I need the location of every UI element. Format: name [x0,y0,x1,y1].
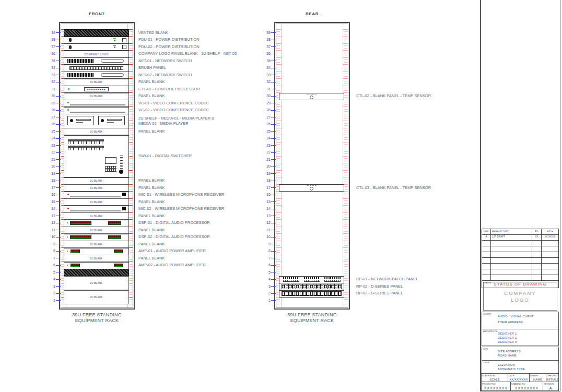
rail-hole-tick [344,76,348,77]
unit-number-tick [271,68,276,68]
unit-number: 18 [261,179,271,182]
unit-number-tick [271,61,276,61]
rail-hole-tick [343,128,348,128]
front-slot [70,104,125,105]
unit-number: 1 [261,299,271,302]
rail-hole-tick [129,144,133,145]
rail-hole-tick [276,182,280,182]
rail-hole-tick [343,219,348,220]
equipment-label: RP-02 - D-SERIES PANEL [356,284,403,289]
revision-row-empty [482,275,558,281]
rail-hole-tick [129,274,133,274]
rail-hole-tick [276,224,280,224]
unit-number-tick [56,237,61,237]
d-series-connector [331,292,335,295]
rail-hole-tick [344,302,348,302]
unit-number: 11 [46,228,55,232]
rail-hole-tick [276,55,280,55]
front-slot [70,196,121,197]
rail-hole-tick [276,106,282,107]
rack-unit-panel: 1U BLANK [64,93,129,100]
rail-hole-tick [129,259,133,260]
unit-number: 15 [46,200,55,204]
unit-number: 20 [46,164,55,168]
equipment-label: VENTED BLANK [138,30,168,35]
rail-hole-tick [344,102,348,102]
rail-hole-tick [129,189,133,189]
power-led [67,265,68,266]
rail-hole-tick [129,165,133,166]
rev-col-header: DESCRIPTION [491,229,532,235]
unit-number: 35 [261,59,271,63]
unit-number: 17 [46,186,55,189]
rail-hole-tick [343,121,348,121]
unit-number-tick [271,89,276,89]
unit-number: 1 [46,299,55,302]
rack-unit-2u [64,114,129,128]
rail-hole-tick [344,104,348,105]
unit-number: 6 [46,263,55,267]
rack-unit-amp-02 [64,262,129,269]
connector-hole [331,285,334,288]
revision-row-empty [482,264,558,269]
unit-number: 33 [46,73,55,77]
rail-hole-tick [129,222,133,222]
rail-hole-tick [276,69,280,69]
rail-hole-tick [129,116,133,116]
connector-hole [300,292,302,295]
rail-hole-tick [343,86,348,86]
unit-number: 25 [46,129,55,133]
unit-number: 20 [261,164,271,168]
rail-hole-tick [276,259,280,260]
unit-number: 6 [261,263,271,267]
rail-hole-tick [129,97,133,98]
scale-fields-row: SCALE AT A1: SCALE DATE: XX/XX/XXXX DRAW… [482,373,559,382]
equipment-label: SWI-01 - DIGITAL SWITCHER [138,153,192,159]
revision-row-empty [482,246,558,252]
unit-number-tick [56,201,61,202]
patch-ports-bottom [324,280,341,282]
rail-hole-tick [344,172,348,173]
unit-number: 28 [46,108,55,112]
rail-hole-tick [129,271,133,271]
d-series-connector [292,292,296,295]
unit-number: 31 [261,87,271,91]
unit-number-tick [56,293,61,294]
rail-hole-tick [276,151,280,152]
rail-hole-tick [344,153,348,154]
connector-hole [314,285,317,288]
unit-number: 16 [261,193,271,196]
rack-unit-panel: 1U BLANK [64,255,129,262]
rail-hole-tick [129,186,133,187]
rack-unit-ctl-02 [279,93,344,100]
meter-block [70,235,91,239]
equipment-label: PANEL BLANK [138,242,165,247]
rail-hole-tick [343,29,348,30]
breaker-switch [122,38,126,42]
rail-hole-tick [129,83,133,84]
connector-hole [317,285,320,288]
display-window [122,207,126,210]
connector-hole [292,285,295,288]
unit-number-tick [56,209,61,209]
unit-number-tick [56,167,61,167]
power-led [67,102,69,103]
rail-hole-tick [344,224,348,224]
unit-number-tick [271,110,276,111]
unit-number: 36 [46,52,55,55]
drawing-sheet: FRONT REAR 12345678910111213141516171819… [0,0,562,392]
rail-hole-tick [344,90,348,91]
rail-hole-tick [129,257,133,257]
rail-hole-tick [276,125,280,126]
rail-hole-tick [129,182,133,182]
connector-hole [324,292,327,295]
rail-hole-tick [129,299,133,300]
equipment-label: PANEL BLANK [138,93,165,99]
unit-number: 3 [46,284,55,288]
rack-unit-blank2: 2U BLANK [64,276,129,291]
rail-hole-tick [343,36,348,37]
equipment-label: NET-01 - NETWORK SWITCH [138,58,192,64]
unit-number-tick [56,258,61,258]
rail-hole-tick [129,111,133,112]
rail-hole-tick [344,271,348,271]
